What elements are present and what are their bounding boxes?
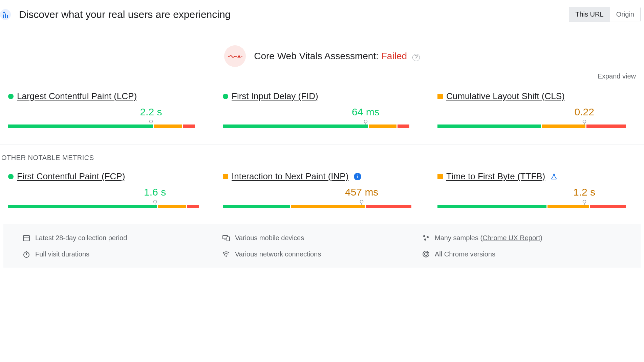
metric-card: Time to First Byte (TTFB)1.2 s — [437, 171, 636, 208]
devices-icon — [222, 234, 230, 242]
svg-point-7 — [149, 120, 152, 123]
metric-card: First Input Delay (FID)64 ms — [223, 91, 421, 128]
status-good-icon — [8, 174, 14, 179]
svg-point-13 — [153, 200, 156, 203]
svg-point-1 — [3, 12, 5, 13]
svg-point-9 — [364, 120, 367, 123]
status-ni-icon — [437, 94, 443, 99]
metric-card: Cumulative Layout Shift (CLS)0.22 — [437, 91, 636, 128]
footer-network: Various network connections — [222, 250, 422, 258]
svg-point-11 — [583, 120, 586, 123]
svg-point-28 — [424, 239, 426, 241]
footer-samples: Many samples (Chrome UX Report) — [422, 234, 622, 242]
core-metrics-grid: Largest Contentful Paint (LCP)2.2 sFirst… — [0, 91, 644, 144]
distribution-bar — [8, 202, 207, 208]
svg-point-27 — [427, 236, 429, 238]
footer-devices: Various mobile devices — [222, 234, 422, 242]
distribution-bar — [223, 202, 421, 208]
chrome-icon — [422, 250, 430, 258]
footer-period: Latest 28-day collection period — [22, 234, 222, 242]
calendar-icon — [22, 234, 30, 242]
metric-name-link[interactable]: Interaction to Next Paint (INP) — [232, 171, 348, 182]
status-ni-icon — [437, 174, 443, 179]
svg-point-15 — [360, 200, 363, 203]
svg-point-26 — [423, 235, 425, 237]
toggle-origin[interactable]: Origin — [610, 7, 640, 22]
scope-toggle: This URL Origin — [569, 7, 641, 22]
other-metrics-label: OTHER NOTABLE METRICS — [0, 144, 644, 171]
scatter-icon — [422, 234, 430, 242]
metric-card: Interaction to Next Paint (INP)i457 ms — [223, 171, 421, 208]
distribution-bar — [437, 122, 636, 128]
svg-rect-24 — [227, 237, 230, 241]
footer-info: Latest 28-day collection period Various … — [3, 224, 641, 268]
crux-report-link[interactable]: Chrome UX Report — [482, 234, 540, 242]
assessment-row: Core Web Vitals Assessment: Failed ? — [0, 29, 644, 72]
footer-chrome: All Chrome versions — [422, 250, 622, 258]
svg-marker-5 — [237, 55, 241, 58]
stopwatch-icon — [22, 250, 30, 258]
metric-card: First Contentful Paint (FCP)1.6 s — [8, 171, 207, 208]
svg-point-33 — [226, 255, 227, 257]
metric-value: 64 ms — [352, 106, 380, 118]
svg-rect-4 — [7, 15, 8, 18]
page-header: Discover what your real users are experi… — [0, 0, 644, 29]
svg-rect-19 — [23, 235, 29, 241]
metric-value: 1.6 s — [144, 186, 166, 198]
distribution-bar — [8, 122, 207, 128]
svg-point-17 — [583, 200, 586, 203]
info-icon[interactable]: i — [354, 173, 361, 180]
metric-value: 2.2 s — [140, 106, 162, 118]
crux-logo-icon — [0, 9, 11, 20]
toggle-this-url[interactable]: This URL — [569, 7, 610, 22]
status-good-icon — [8, 94, 14, 99]
flask-icon[interactable] — [551, 173, 557, 180]
metric-name-link[interactable]: Largest Contentful Paint (LCP) — [17, 91, 137, 101]
metric-name-link[interactable]: First Contentful Paint (FCP) — [17, 171, 125, 182]
other-metrics-grid: First Contentful Paint (FCP)1.6 sInterac… — [0, 171, 644, 213]
metric-value: 1.2 s — [573, 186, 595, 198]
status-ni-icon — [223, 174, 228, 179]
metric-value: 457 ms — [345, 186, 378, 198]
distribution-bar — [223, 122, 421, 128]
assessment-text: Core Web Vitals Assessment: Failed ? — [254, 51, 420, 62]
help-icon[interactable]: ? — [412, 54, 420, 61]
metric-value: 0.22 — [574, 106, 594, 118]
svg-rect-3 — [5, 14, 6, 18]
page-title: Discover what your real users are experi… — [19, 9, 231, 20]
network-icon — [222, 250, 230, 258]
distribution-bar — [437, 202, 636, 208]
assessment-status: Failed — [381, 51, 407, 61]
expand-view-link[interactable]: Expand view — [0, 72, 644, 91]
metric-card: Largest Contentful Paint (LCP)2.2 s — [8, 91, 207, 128]
metric-name-link[interactable]: Cumulative Layout Shift (CLS) — [446, 91, 565, 101]
footer-durations: Full visit durations — [22, 250, 222, 258]
svg-rect-2 — [3, 15, 4, 18]
metric-name-link[interactable]: First Input Delay (FID) — [232, 91, 318, 101]
assessment-fail-icon — [224, 45, 246, 67]
status-good-icon — [223, 94, 228, 99]
metric-name-link[interactable]: Time to First Byte (TTFB) — [446, 171, 545, 182]
